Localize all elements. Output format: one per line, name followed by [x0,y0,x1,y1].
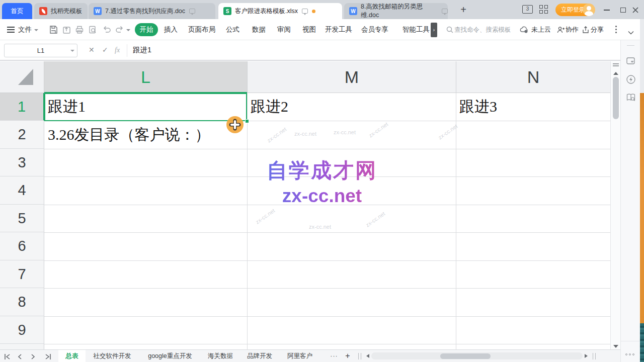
ribbon-tab-review[interactable]: 审阅 [277,19,291,40]
ribbon-tab-data[interactable]: 数据 [252,19,266,40]
undo-icon[interactable] [102,25,112,37]
next-sheet-icon[interactable] [31,353,36,362]
touch-cursor [226,116,244,133]
ribbon-tab-insert[interactable]: 插入 [164,19,178,40]
tab-doc-retailer[interactable]: W 7.通过零售商找到供应商.doc [89,3,215,19]
cell-L2[interactable]: 3.26发目录（客户说：） [48,121,210,149]
ribbon-tab-page-layout[interactable]: 页面布局 [188,19,215,40]
insert-function-icon[interactable]: fx [115,40,120,60]
print-preview-icon[interactable] [88,25,98,37]
confirm-entry-icon[interactable]: ✓ [102,40,108,60]
tab-docer-templates[interactable]: 找稻壳模板 [34,3,88,19]
row-header-1[interactable]: 1 [0,93,44,121]
ribbon-tab-member[interactable]: 会员专享 [361,19,388,40]
skin-center-icon[interactable] [626,56,636,68]
tab-doc-email[interactable]: W 8.高效找邮箱的另类思维.doc [344,3,448,19]
cloud-status-label[interactable]: 未上云 [531,19,551,40]
sheet-tab[interactable]: 海关数据 [206,350,234,362]
collapse-ribbon-icon[interactable] [628,28,634,37]
name-box[interactable]: L1 [4,44,77,57]
share-button[interactable]: 分享 [591,19,604,40]
sheet-tab[interactable]: google重点开发 [143,350,197,362]
sheet-tab[interactable]: 社交软件开发 [91,350,134,362]
print-icon[interactable] [74,25,85,37]
cell-N1[interactable]: 跟进3 [459,93,497,121]
ribbon-tab-formulas[interactable]: 公式 [226,19,239,40]
watermark-tile: zx-cc.net [365,210,386,228]
watermark-tile: zx-cc.net [266,126,288,143]
row-header-3[interactable]: 3 [0,149,44,176]
name-box-caret-icon[interactable] [70,50,74,52]
formula-content[interactable]: 跟进1 [133,40,151,60]
window-switch-icon[interactable]: 3 [522,5,533,14]
row-header-7[interactable]: 7 [0,260,44,288]
split-handle-icon[interactable] [613,63,619,64]
hscroll-left-icon[interactable] [366,354,369,358]
add-sheet-button[interactable]: + [342,350,353,362]
sheetbar-splitter[interactable] [358,353,361,359]
fill-handle[interactable] [245,119,249,123]
tab-home[interactable]: 首页 [2,3,32,19]
panel-more-icon[interactable] [625,353,634,355]
last-sheet-icon[interactable] [44,353,51,362]
scroll-thumb[interactable] [613,77,619,119]
horizontal-scrollbar[interactable] [371,352,583,359]
export-icon[interactable] [61,25,71,37]
maximize-button[interactable] [618,6,627,15]
watermark: 自学成才网 zx-cc.net [236,157,408,207]
row-header-6[interactable]: 6 [0,232,44,260]
split-handle-icon[interactable] [613,65,619,66]
minimize-button[interactable] [602,6,611,15]
vertical-scrollbar[interactable] [610,61,620,349]
sheetbar-splitter[interactable] [593,353,596,359]
hscroll-right-icon[interactable] [585,354,588,358]
writer-doc-icon: W [349,7,357,15]
ribbon-tab-dev-tools[interactable]: 开发工具 [325,19,352,40]
search-input[interactable]: 查找命令、搜索模板 [454,19,511,40]
search-icon[interactable] [446,26,454,36]
collaborate-icon [556,26,565,36]
panel-handle [627,45,634,46]
tab-preview-icon [302,9,308,14]
ribbon-tab-smart-tools[interactable]: 智能工具 [403,19,430,40]
column-header-L[interactable]: L [44,61,247,93]
more-options-icon[interactable] [615,26,617,35]
ribbon-tab-view[interactable]: 视图 [302,19,316,40]
row-header-8[interactable]: 8 [0,288,44,316]
sheet-tab-active[interactable]: 总表 [58,350,86,362]
scroll-up-icon[interactable] [613,72,618,75]
dictionary-icon[interactable] [626,93,636,105]
close-button[interactable] [631,6,640,15]
tab-active-spreadsheet[interactable]: S 客户跟进表格模板.xlsx [218,3,342,19]
formula-divider [127,44,127,57]
new-tab-button[interactable]: + [457,2,470,17]
login-button[interactable]: 立即登录 [555,4,595,16]
prev-sheet-icon[interactable] [17,353,22,362]
cancel-entry-icon[interactable]: ✕ [89,40,95,60]
app-center-icon[interactable] [539,5,548,14]
row-header-2[interactable]: 2 [0,121,44,149]
select-all-triangle-icon [18,69,33,85]
first-sheet-icon[interactable] [4,353,11,362]
cell-M1[interactable]: 跟进2 [251,93,288,121]
sheet-tab[interactable]: 品牌开发 [246,350,274,362]
smart-assistant-icon[interactable] [626,74,636,86]
row-header-partial[interactable] [0,344,44,349]
row-header-5[interactable]: 5 [0,205,44,232]
column-header-M[interactable]: M [247,61,456,93]
sheet-tab[interactable]: 阿里客户 [286,350,314,362]
row-header-4[interactable]: 4 [0,176,44,205]
hscroll-thumb[interactable] [440,353,491,359]
ribbon-tab-home[interactable]: 开始 [135,23,158,36]
column-header-N[interactable]: N [456,61,610,93]
collaborate-button[interactable]: 协作 [566,19,579,40]
ribbon-tabs-overflow-button[interactable]: › [431,23,437,37]
sheet-list-icon[interactable]: ··· [327,350,341,362]
row-header-9[interactable]: 9 [0,316,44,344]
file-menu[interactable]: 文件 [18,19,32,40]
save-icon[interactable] [48,25,58,37]
redo-icon[interactable] [115,25,125,37]
toolbar-more-caret-icon[interactable] [126,29,130,31]
select-all-corner[interactable] [0,61,44,93]
scroll-down-icon[interactable] [613,345,618,348]
